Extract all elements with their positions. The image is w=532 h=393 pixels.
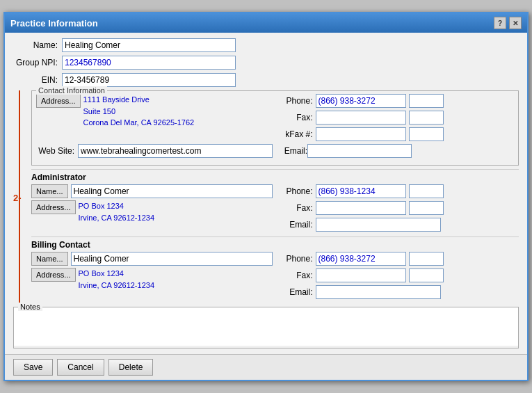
admin-name-row: Name... <box>31 184 273 198</box>
admin-addr-line1: PO Box 1234 <box>79 200 154 212</box>
group-npi-input[interactable] <box>62 56 236 70</box>
main-form: Contact Information Address... 1111 Bays… <box>31 90 519 304</box>
contact-fax-label: Fax: <box>278 113 313 122</box>
help-button[interactable]: ? <box>494 17 506 29</box>
billing-phone-label: Phone: <box>278 254 313 264</box>
contact-kfax-row: kFax #: <box>278 127 515 141</box>
admin-name-btn[interactable]: Name... <box>31 184 68 198</box>
website-label: Web Site: <box>36 146 78 156</box>
notes-title: Notes <box>18 303 42 311</box>
contact-right: Phone: Fax: kFax #: <box>278 94 515 144</box>
contact-address-row: Address... 1111 Bayside Drive Suite 150 … <box>36 94 273 129</box>
billing-name-input[interactable] <box>71 252 273 266</box>
contact-phone-row: Phone: <box>278 94 515 108</box>
dialog-content: Name: Group NPI: EIN: 2- Contact Informa… <box>5 33 527 354</box>
billing-email-label: Email: <box>278 287 313 297</box>
billing-fax-input[interactable] <box>316 268 406 282</box>
admin-name-input[interactable] <box>71 184 273 198</box>
email-input[interactable] <box>307 144 412 158</box>
admin-email-label: Email: <box>278 220 313 230</box>
admin-address-btn[interactable]: Address... <box>31 200 76 214</box>
billing-email-input[interactable] <box>316 285 441 299</box>
ein-input[interactable] <box>62 73 236 87</box>
name-row: Name: <box>13 38 519 52</box>
contact-address-btn[interactable]: Address... <box>36 94 81 108</box>
admin-address-row: Address... PO Box 1234 Irvine, CA 92612-… <box>31 200 273 223</box>
billing-email-row: Email: <box>278 285 519 299</box>
title-bar-buttons: ? ✕ <box>494 17 522 29</box>
section-marker: 2- <box>13 90 27 304</box>
save-button[interactable]: Save <box>13 359 53 376</box>
delete-button[interactable]: Delete <box>108 359 154 376</box>
footer: Save Cancel Delete <box>5 354 527 380</box>
cancel-button[interactable]: Cancel <box>57 359 104 376</box>
admin-email-row: Email: <box>278 218 519 232</box>
notes-section: Notes <box>13 307 519 348</box>
contact-phone-input[interactable] <box>316 94 406 108</box>
billing-phone-row: Phone: <box>278 252 519 266</box>
billing-addr-line2: Irvine, CA 92612-1234 <box>79 280 154 291</box>
billing-fax-row: Fax: <box>278 268 519 282</box>
admin-phone-input[interactable] <box>316 184 406 198</box>
billing-name-btn[interactable]: Name... <box>31 252 68 266</box>
dialog: Practice Information ? ✕ Name: Group NPI… <box>3 12 529 381</box>
contact-kfax-ext[interactable] <box>409 127 444 141</box>
billing-divider <box>31 236 519 237</box>
name-input[interactable] <box>62 38 236 52</box>
contact-kfax-input[interactable] <box>316 127 406 141</box>
group-npi-row: Group NPI: <box>13 56 519 70</box>
ein-row: EIN: <box>13 73 519 87</box>
admin-fax-input[interactable] <box>316 201 406 215</box>
admin-addr-line2: Irvine, CA 92612-1234 <box>79 212 154 224</box>
billing-fax-label: Fax: <box>278 271 313 280</box>
title-bar: Practice Information ? ✕ <box>5 13 527 33</box>
contact-phone-ext[interactable] <box>409 94 444 108</box>
admin-address-text: PO Box 1234 Irvine, CA 92612-1234 <box>79 200 154 223</box>
billing-fax-ext[interactable] <box>409 268 444 282</box>
contact-section-title: Contact Information <box>36 86 107 95</box>
contact-grid: Address... 1111 Bayside Drive Suite 150 … <box>36 94 514 144</box>
notes-textarea[interactable] <box>14 307 518 346</box>
admin-fax-ext[interactable] <box>409 201 444 215</box>
contact-address-text: 1111 Bayside Drive Suite 150 Corona Del … <box>83 94 195 129</box>
billing-phone-ext[interactable] <box>409 252 444 266</box>
billing-name-row: Name... <box>31 252 273 266</box>
email-label: Email: <box>273 146 307 156</box>
contact-fax-input[interactable] <box>316 111 406 125</box>
admin-phone-row: Phone: <box>278 184 519 198</box>
marked-section: 2- Contact Information Address... 1111 B… <box>13 90 519 304</box>
group-npi-label: Group NPI: <box>13 58 62 67</box>
contact-addr-line2: Suite 150 <box>83 106 195 118</box>
name-label: Name: <box>13 40 62 50</box>
billing-phone-input[interactable] <box>316 252 406 266</box>
contact-phone-label: Phone: <box>278 96 313 106</box>
billing-addr-line1: PO Box 1234 <box>79 268 154 280</box>
admin-divider <box>31 169 519 170</box>
marker-label: 2- <box>13 192 22 202</box>
admin-phone-label: Phone: <box>278 186 313 196</box>
billing-right: Phone: Fax: Email: <box>278 252 519 302</box>
admin-section: Name... Address... PO Box 1234 Irvine, C… <box>31 184 519 234</box>
contact-group-box: Contact Information Address... 1111 Bays… <box>31 90 519 166</box>
contact-fax-row: Fax: <box>278 111 515 125</box>
contact-addr-line3: Corona Del Mar, CA 92625-1762 <box>83 117 195 129</box>
billing-section-title: Billing Contact <box>31 240 519 250</box>
website-row: Web Site: Email: <box>36 144 514 158</box>
billing-address-btn[interactable]: Address... <box>31 268 76 282</box>
admin-fax-label: Fax: <box>278 203 313 213</box>
website-input[interactable] <box>78 144 273 158</box>
notes-group-box: Notes <box>13 307 519 348</box>
close-button[interactable]: ✕ <box>509 17 522 29</box>
admin-phone-ext[interactable] <box>409 184 444 198</box>
contact-fax-ext[interactable] <box>409 111 444 125</box>
ein-label: EIN: <box>13 75 62 85</box>
contact-kfax-label: kFax #: <box>278 129 313 139</box>
dialog-title: Practice Information <box>10 18 98 29</box>
billing-section: Name... Address... PO Box 1234 Irvine, C… <box>31 252 519 302</box>
admin-section-title: Administrator <box>31 173 519 182</box>
billing-address-text: PO Box 1234 Irvine, CA 92612-1234 <box>79 268 154 291</box>
admin-email-input[interactable] <box>316 218 441 232</box>
billing-address-row: Address... PO Box 1234 Irvine, CA 92612-… <box>31 268 273 291</box>
admin-left: Name... Address... PO Box 1234 Irvine, C… <box>31 184 273 234</box>
billing-left: Name... Address... PO Box 1234 Irvine, C… <box>31 252 273 302</box>
